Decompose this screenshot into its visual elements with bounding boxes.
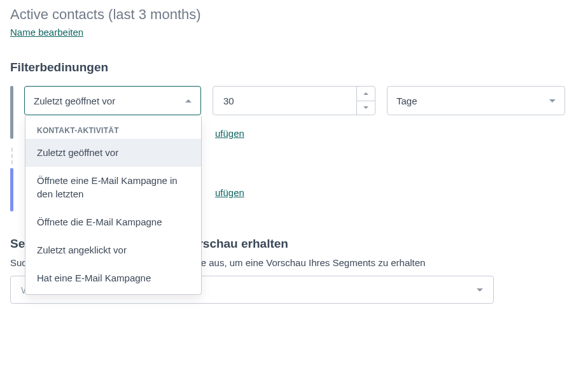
dropdown-group-label: KONTAKT-AKTIVITÄT bbox=[25, 120, 201, 139]
preview-desc-right: te aus, um eine Vorschau Ihres Segments … bbox=[199, 257, 426, 268]
filter-accent-bar bbox=[10, 168, 13, 211]
filter-block-1: Zuletzt geöffnet vor KONTAKT-AKTIVITÄT Z… bbox=[10, 86, 578, 139]
dropdown-option[interactable]: Zuletzt geöffnet vor bbox=[25, 139, 201, 167]
condition-dropdown: KONTAKT-AKTIVITÄT Zuletzt geöffnet vor Ö… bbox=[25, 116, 202, 295]
number-spinner bbox=[356, 87, 375, 115]
number-field[interactable] bbox=[213, 86, 375, 115]
chevron-up-icon bbox=[363, 92, 368, 95]
chevron-down-icon bbox=[549, 99, 556, 103]
preview-heading-right: orschau erhalten bbox=[191, 237, 288, 250]
filter-row: Zuletzt geöffnet vor KONTAKT-AKTIVITÄT Z… bbox=[24, 86, 578, 115]
chevron-up-icon bbox=[185, 99, 192, 103]
chevron-down-icon bbox=[363, 106, 368, 109]
preview-heading-left: Se bbox=[10, 237, 25, 250]
dropdown-option[interactable]: Öffnete die E-Mail Kampagne bbox=[25, 208, 201, 236]
add-condition-link[interactable]: ufügen bbox=[215, 128, 244, 139]
number-input[interactable] bbox=[222, 95, 356, 107]
edit-name-link[interactable]: Name bearbeiten bbox=[10, 27, 83, 38]
dropdown-option[interactable]: Öffnete eine E-Mail Kampagne in den letz… bbox=[25, 167, 201, 208]
filter-conditions-heading: Filterbedinungen bbox=[10, 60, 578, 74]
unit-select-value: Tage bbox=[396, 96, 417, 106]
condition-select-value: Zuletzt geöffnet vor bbox=[34, 96, 115, 106]
spinner-down-button[interactable] bbox=[357, 101, 375, 115]
filter-accent-bar bbox=[10, 86, 13, 139]
spinner-up-button[interactable] bbox=[357, 87, 375, 101]
dropdown-option[interactable]: Zuletzt angeklickt vor bbox=[25, 236, 201, 264]
condition-dropdown-list[interactable]: KONTAKT-AKTIVITÄT Zuletzt geöffnet vor Ö… bbox=[25, 116, 201, 294]
chevron-down-icon bbox=[477, 288, 483, 292]
condition-select[interactable]: Zuletzt geöffnet vor KONTAKT-AKTIVITÄT Z… bbox=[24, 86, 201, 115]
page-title: Active contacts (last 3 months) bbox=[10, 6, 578, 23]
dropdown-option[interactable]: Hat eine E-Mail Kampagne bbox=[25, 264, 201, 292]
add-condition-link[interactable]: ufügen bbox=[215, 187, 244, 198]
unit-select[interactable]: Tage bbox=[387, 86, 565, 115]
